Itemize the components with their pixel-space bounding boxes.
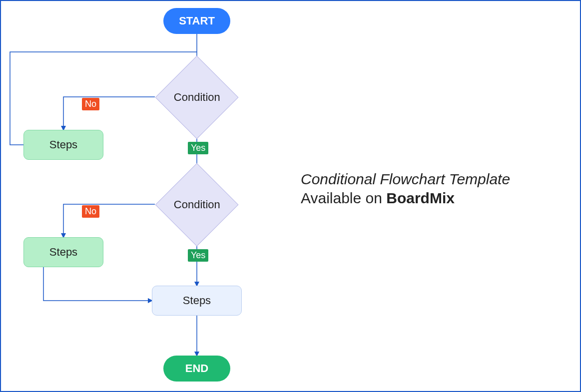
flowchart-condition-1-no-tag: No: [82, 98, 99, 110]
flowchart-end-label: END: [185, 362, 208, 375]
diagram-caption-title: Conditional Flowchart Template: [301, 170, 510, 189]
flowchart-condition-1-yes-tag: Yes: [188, 142, 208, 154]
flowchart-frame: START Condition No Yes Steps Condition N…: [0, 0, 581, 392]
flowchart-start-node: START: [163, 8, 230, 34]
flowchart-condition-1-label: Condition: [174, 91, 220, 104]
flowchart-steps-2-label: Steps: [49, 246, 77, 259]
flowchart-steps-3: Steps: [152, 286, 242, 316]
flowchart-steps-1: Steps: [23, 130, 103, 160]
flowchart-condition-2-yes-tag: Yes: [188, 249, 208, 262]
flowchart-steps-2: Steps: [23, 237, 103, 267]
flowchart-start-label: START: [179, 14, 215, 27]
flowchart-condition-2-label: Condition: [174, 198, 220, 211]
diagram-caption: Conditional Flowchart Template Available…: [301, 170, 510, 207]
flowchart-steps-1-label: Steps: [49, 138, 77, 151]
flowchart-condition-2-no-tag: No: [82, 205, 99, 218]
diagram-caption-line2: Available on BoardMix: [301, 189, 510, 208]
diagram-caption-prefix: Available on: [301, 190, 386, 206]
flowchart-steps-3-label: Steps: [183, 294, 211, 307]
diagram-caption-brand: BoardMix: [386, 190, 455, 206]
flowchart-end-node: END: [163, 356, 230, 382]
